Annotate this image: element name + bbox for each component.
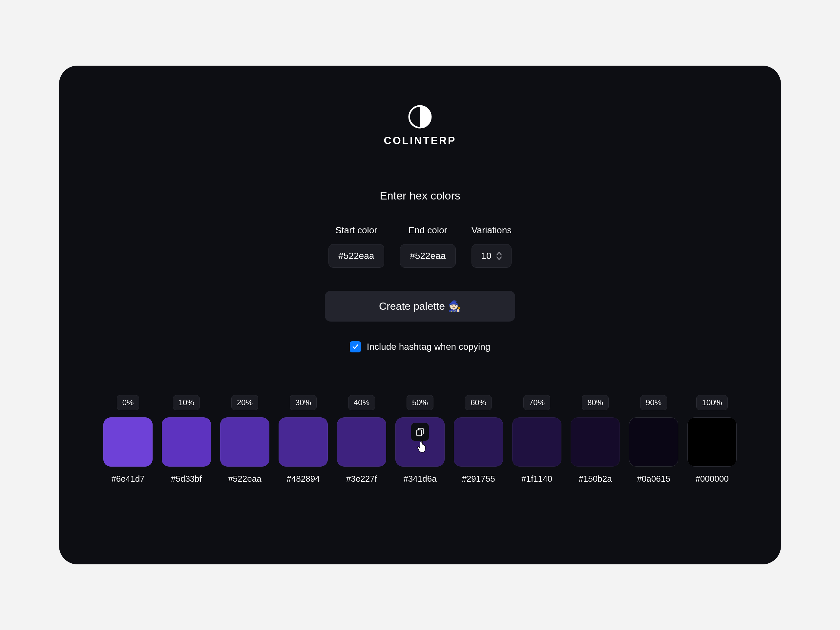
percentage-badge: 0% [117,395,139,410]
color-swatch[interactable] [687,417,737,467]
percentage-badge: 40% [348,395,375,410]
color-swatch[interactable] [454,417,503,467]
percentage-badge: 90% [640,395,667,410]
page-heading: Enter hex colors [380,189,460,202]
contrast-circle-icon [408,105,432,129]
variations-field: Variations 10 [472,225,512,268]
hex-label: #341d6a [403,474,436,484]
swatch-column: 60%#291755 [453,395,504,484]
color-swatch[interactable] [337,417,386,467]
start-color-input[interactable]: #522eaa [328,244,384,268]
color-swatch[interactable] [279,417,328,467]
hex-label: #0a0615 [637,474,670,484]
swatch-column: 10%#5d33bf [161,395,212,484]
percentage-badge: 70% [523,395,550,410]
swatch-column: 50%#341d6a [395,395,445,484]
end-color-field: End color #522eaa [400,225,456,268]
copy-overlay [410,423,430,455]
color-swatch[interactable] [512,417,561,467]
hex-label: #150b2a [578,474,612,484]
app-window: COLINTERP Enter hex colors Start color #… [59,66,781,564]
start-color-value: #522eaa [338,251,374,261]
swatch-column: 70%#1f1140 [511,395,562,484]
logo: COLINTERP [384,105,456,147]
swatch-column: 90%#0a0615 [628,395,679,484]
swatch-column: 30%#482894 [278,395,329,484]
percentage-badge: 100% [696,395,728,410]
percentage-badge: 30% [290,395,317,410]
pointer-cursor-icon [417,439,430,455]
hex-label: #482894 [286,474,320,484]
swatch-column: 100%#000000 [687,395,737,484]
palette-row: 0%#6e41d710%#5d33bf20%#522eaa30%#4828944… [92,395,748,484]
swatch-column: 40%#3e227f [336,395,387,484]
end-color-input[interactable]: #522eaa [400,244,456,268]
check-icon [352,343,359,351]
percentage-badge: 50% [407,395,433,410]
hex-label: #6e41d7 [111,474,144,484]
hex-label: #3e227f [346,474,377,484]
create-palette-button[interactable]: Create palette 🧙🏻 [325,291,515,322]
swatch-column: 80%#150b2a [570,395,621,484]
variations-value: 10 [481,251,491,261]
variations-label: Variations [472,225,512,235]
color-swatch[interactable] [395,417,445,467]
percentage-badge: 20% [231,395,258,410]
color-swatch[interactable] [629,417,678,467]
end-color-value: #522eaa [410,251,445,261]
form-row: Start color #522eaa End color #522eaa Va… [328,225,512,268]
variations-stepper[interactable]: 10 [472,244,511,268]
include-hashtag-label: Include hashtag when copying [367,341,491,352]
hex-label: #5d33bf [171,474,202,484]
percentage-badge: 80% [582,395,609,410]
swatch-column: 0%#6e41d7 [103,395,153,484]
color-swatch[interactable] [220,417,269,467]
start-color-label: Start color [335,225,377,235]
stepper-arrows-icon[interactable] [496,252,502,260]
end-color-label: End color [409,225,447,235]
brand-name: COLINTERP [384,134,456,147]
start-color-field: Start color #522eaa [328,225,384,268]
hex-label: #291755 [462,474,495,484]
include-hashtag-row: Include hashtag when copying [350,341,491,352]
color-swatch[interactable] [162,417,211,467]
percentage-badge: 10% [173,395,200,410]
color-swatch[interactable] [103,417,153,467]
create-button-label: Create palette 🧙🏻 [379,300,461,313]
color-swatch[interactable] [571,417,620,467]
swatch-column: 20%#522eaa [219,395,270,484]
hex-label: #1f1140 [521,474,552,484]
include-hashtag-checkbox[interactable] [350,341,361,352]
svg-rect-2 [417,430,422,436]
hex-label: #522eaa [228,474,261,484]
hex-label: #000000 [695,474,728,484]
copy-icon[interactable] [411,423,429,441]
percentage-badge: 60% [465,395,492,410]
